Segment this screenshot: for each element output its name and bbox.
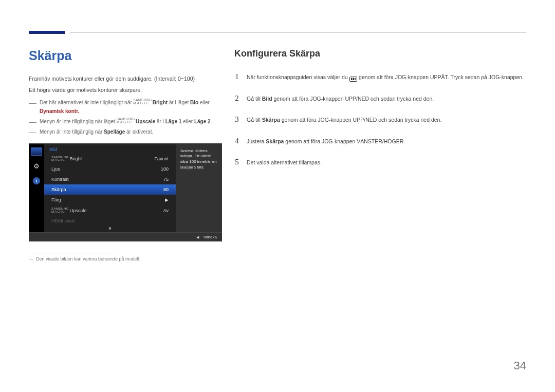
osd-row: SAMSUNGMAGICUpscaleAv — [44, 205, 176, 216]
note-bold: Upscale — [136, 119, 155, 124]
gear-icon: ⚙ — [33, 163, 40, 170]
note-bold: Spelläge — [104, 129, 125, 135]
osd-menu: Bild SAMSUNGMAGICBrightFavoritLjus100Kon… — [44, 144, 176, 233]
step-body: Justera Skärpa genom att föra JOG-knappe… — [247, 137, 526, 146]
note-dash-icon: ― — [29, 117, 36, 126]
step-item: 5Det valda alternativet tillämpas. — [234, 156, 526, 169]
step-number: 4 — [234, 135, 239, 148]
osd-menu-title: Bild — [44, 144, 176, 154]
osd-row-label: Färg — [51, 197, 61, 202]
note-item: ― Menyn är inte tillgänglig när läget SA… — [29, 117, 224, 126]
note-text: . — [211, 119, 212, 124]
osd-row-value: ▶ — [165, 197, 169, 202]
step-body: Gå till Skärpa genom att föra JOG-knappe… — [247, 116, 526, 125]
accent-bar — [29, 31, 65, 34]
triangle-left-icon: ◀ — [196, 235, 199, 239]
samsung-magic-logo: SAMSUNGMAGIC — [133, 99, 152, 105]
note-text: är aktiverat. — [126, 129, 153, 135]
chevron-down-icon: ▼ — [44, 226, 176, 232]
osd-row: Skärpa60 — [44, 184, 176, 195]
note-text: är i läget — [169, 100, 190, 105]
step-body: När funktionsknappsguiden visas väljer d… — [247, 73, 526, 82]
samsung-magic-logo: SAMSUNGMAGIC — [51, 208, 69, 213]
osd-row: SAMSUNGMAGICBrightFavorit — [44, 154, 176, 164]
osd-row-label: HDMI svart — [51, 218, 75, 223]
osd-row: Färg▶ — [44, 195, 176, 205]
steps-list: 1När funktionsknappsguiden visas väljer … — [234, 70, 526, 169]
step-item: 1När funktionsknappsguiden visas väljer … — [234, 70, 526, 84]
step-bold: Bild — [262, 96, 272, 102]
osd-row-value: 75 — [163, 177, 169, 182]
note-text: är i — [157, 119, 165, 124]
note-bold-red: Dynamisk kontr. — [40, 108, 79, 114]
osd-row-label: Ljus — [51, 166, 60, 172]
intro-text-1: Framhäv motivets konturer eller gör dem … — [29, 74, 224, 84]
page-number: 34 — [514, 359, 526, 372]
osd-back-label: Tillbaka — [203, 235, 217, 239]
note-text: Menyn är inte tillgänglig när — [40, 129, 104, 135]
step-number: 5 — [234, 156, 239, 169]
step-bold: Skärpa — [262, 117, 280, 123]
note-dash-icon: ― — [29, 127, 36, 136]
osd-sidebar: ⚙ i — [29, 144, 44, 233]
osd-row: Ljus100 — [44, 164, 176, 174]
subsection-title: Konfigurera Skärpa — [234, 48, 526, 59]
osd-description: Justera bildens skärpa. Ett värde nära 1… — [176, 144, 222, 233]
note-item: ― Menyn är inte tillgänglig när Spelläge… — [29, 127, 224, 136]
footnote: ― Den visade bilden kan variera beroende… — [29, 256, 224, 262]
section-title: Skärpa — [29, 48, 224, 63]
step-body: Det valda alternativet tillämpas. — [247, 158, 526, 167]
intro-text-2: Ett högre värde gör motivets konturer sk… — [29, 86, 224, 95]
osd-screenshot: ⚙ i Bild SAMSUNGMAGICBrightFavoritLjus10… — [29, 143, 222, 242]
osd-row-value: 100 — [161, 166, 169, 172]
note-bold: Läge 2 — [194, 119, 211, 124]
horizontal-rule — [70, 32, 526, 33]
osd-row: HDMI svart — [44, 216, 176, 226]
note-text: Menyn är inte tillgänglig när läget — [40, 119, 117, 124]
osd-footer: ◀ Tillbaka — [29, 232, 222, 241]
note-bold: Läge 1 — [165, 119, 182, 124]
osd-row-value: 60 — [163, 187, 169, 192]
step-number: 1 — [234, 70, 239, 84]
step-number: 3 — [234, 113, 239, 126]
notes-list: ― Det här alternativet är inte tillgängl… — [29, 98, 224, 136]
osd-row-label: Skärpa — [51, 187, 66, 192]
osd-row-label: SAMSUNGMAGICBright — [51, 156, 82, 162]
note-item: ― Det här alternativet är inte tillgängl… — [29, 98, 224, 116]
step-bold: Skärpa — [266, 138, 284, 144]
step-item: 4Justera Skärpa genom att föra JOG-knapp… — [234, 135, 526, 148]
note-dash-icon: ― — [29, 256, 33, 262]
step-item: 2Gå till Bild genom att föra JOG-knappen… — [234, 92, 526, 105]
info-icon: i — [33, 177, 40, 184]
step-item: 3Gå till Skärpa genom att föra JOG-knapp… — [234, 113, 526, 126]
osd-row-value: Av — [163, 208, 169, 213]
header-rule — [29, 31, 526, 34]
menu-icon — [349, 77, 358, 82]
step-body: Gå till Bild genom att föra JOG-knappen … — [247, 95, 526, 104]
samsung-magic-logo: SAMSUNGMAGIC — [117, 118, 136, 124]
monitor-icon — [31, 147, 42, 156]
samsung-magic-logo: SAMSUNGMAGIC — [51, 156, 69, 162]
footnote-text: Den visade bilden kan variera beroende p… — [36, 256, 140, 262]
osd-row: Kontrast75 — [44, 174, 176, 184]
note-bold: Bright — [153, 100, 168, 105]
note-text: eller — [183, 119, 194, 124]
note-bold: Bio — [190, 100, 198, 105]
note-text: eller — [200, 100, 210, 105]
osd-row-value: Favorit — [154, 156, 169, 161]
note-dash-icon: ― — [29, 98, 36, 116]
osd-row-label: Kontrast — [51, 177, 69, 182]
note-text: Det här alternativet är inte tillgänglig… — [40, 100, 133, 105]
step-number: 2 — [234, 92, 239, 105]
footnote-rule — [29, 253, 116, 253]
osd-row-label: SAMSUNGMAGICUpscale — [51, 208, 86, 213]
